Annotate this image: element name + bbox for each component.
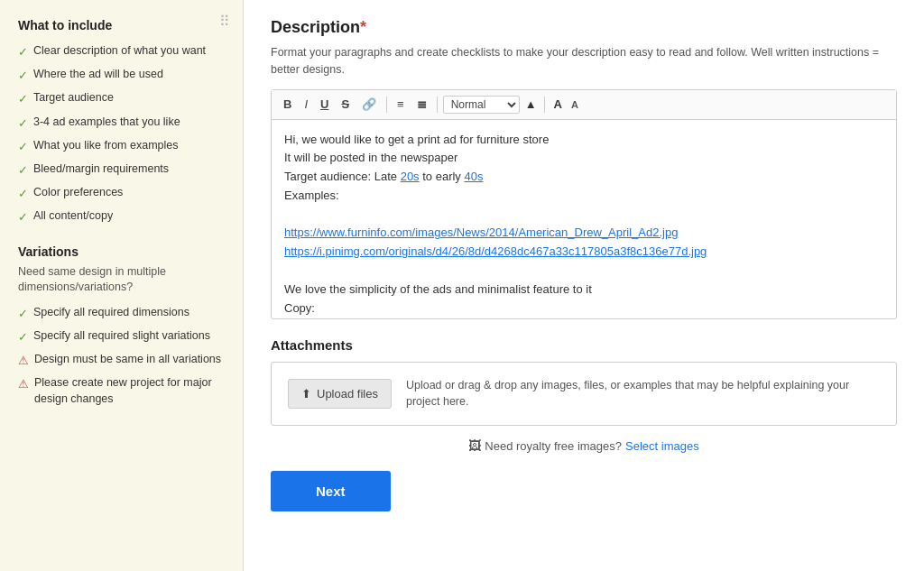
image-icon: 🖼 [468, 438, 481, 453]
checklist-item-label: Color preferences [33, 185, 123, 201]
royalty-row: 🖼 Need royalty free images? Select image… [271, 438, 897, 453]
editor-line-4: Examples: [284, 187, 883, 206]
editor-wrap: Hi, we would like to get a print ad for … [272, 120, 896, 318]
bold-button[interactable]: B [279, 96, 296, 113]
checklist-item-label: All content/copy [33, 208, 113, 225]
toolbar-divider [544, 97, 545, 113]
checklist-item-label: Bleed/margin requirements [33, 161, 169, 178]
list-item: ✓ What you like from examples [18, 138, 225, 155]
list-item: ✓ Color preferences [18, 185, 225, 202]
check-icon: ✓ [18, 186, 28, 202]
list-item: ✓ Where the ad will be used [18, 67, 225, 84]
checklist-item-label: What you like from examples [33, 138, 178, 154]
variations-section: Variations Need same design in multiple … [18, 244, 225, 408]
description-title: Description* [271, 18, 897, 37]
editor-line-6: Copy: [284, 299, 883, 318]
editor-container: B I U S 🔗 ≡ ≣ Normal Heading 1 Heading 2… [271, 89, 897, 319]
variations-checklist: ✓ Specify all required dimensions ✓ Spec… [18, 305, 225, 408]
editor-line-3: Target audience: Late 20s to early 40s [284, 168, 883, 187]
checklist-item-label: Target audience [33, 90, 114, 106]
checklist-item-label: Clear description of what you want [33, 43, 206, 60]
variations-desc: Need same design in multiple dimensions/… [18, 264, 225, 296]
variations-heading: Variations [18, 244, 225, 259]
upload-button[interactable]: ⬆ Upload files [288, 379, 392, 409]
next-button[interactable]: Next [271, 471, 391, 511]
toolbar-divider [386, 97, 387, 113]
warning-icon: ⚠ [18, 376, 29, 392]
sidebar-heading: What to include [18, 18, 225, 32]
list-item: ✓ Specify all required dimensions [18, 305, 225, 322]
editor-body[interactable]: Hi, we would like to get a print ad for … [272, 120, 896, 318]
font-style-select[interactable]: Normal Heading 1 Heading 2 [443, 96, 520, 114]
drag-icon: ⠿ [219, 13, 230, 30]
list-item: ✓ Target audience [18, 90, 225, 107]
checklist-item-label: Where the ad will be used [33, 67, 163, 83]
underline-button[interactable]: U [316, 96, 333, 113]
royalty-text: Need royalty free images? [485, 439, 622, 453]
editor-line-2: It will be posted in the newspaper [284, 149, 883, 168]
list-item: ⚠ Please create new project for major de… [18, 375, 225, 407]
description-subtitle: Format your paragraphs and create checkl… [271, 44, 897, 78]
checklist-item-label: 3-4 ad examples that you like [33, 115, 180, 131]
check-icon: ✓ [18, 306, 28, 322]
list-item: ✓ Bleed/margin requirements [18, 161, 225, 179]
italic-button[interactable]: I [300, 96, 312, 113]
editor-line-5: We love the simplicity of the ads and mi… [284, 281, 883, 299]
upload-icon: ⬆ [301, 387, 311, 401]
check-icon: ✓ [18, 329, 28, 345]
ordered-list-button[interactable]: ≡ [393, 96, 409, 113]
editor-toolbar: B I U S 🔗 ≡ ≣ Normal Heading 1 Heading 2… [272, 90, 896, 120]
upload-button-label: Upload files [317, 387, 378, 401]
variation-item-label: Specify all required dimensions [33, 305, 189, 321]
check-icon: ✓ [18, 139, 28, 155]
list-item: ✓ Clear description of what you want [18, 43, 225, 60]
editor-line-1: Hi, we would like to get a print ad for … [284, 131, 883, 150]
strikethrough-button[interactable]: S [337, 96, 354, 113]
list-item: ✓ Specify all required slight variations [18, 328, 225, 345]
editor-link-2[interactable]: https://i.pinimg.com/originals/d4/26/8d/… [284, 243, 883, 262]
font-color-button[interactable]: A [550, 96, 566, 113]
description-section: Description* Format your paragraphs and … [271, 18, 897, 319]
select-images-link[interactable]: Select images [625, 439, 699, 453]
main-content: Description* Format your paragraphs and … [244, 0, 924, 571]
toolbar-divider [437, 97, 438, 113]
variation-item-label: Design must be same in all variations [34, 352, 221, 368]
check-icon: ✓ [18, 115, 28, 132]
variation-item-label: Specify all required slight variations [33, 328, 210, 345]
checklist: ✓ Clear description of what you want ✓ W… [18, 43, 225, 226]
sidebar: ⠿ What to include ✓ Clear description of… [0, 0, 244, 571]
check-icon: ✓ [18, 162, 28, 179]
editor-link-1[interactable]: https://www.furninfo.com/images/News/201… [284, 224, 883, 243]
check-icon: ✓ [18, 68, 28, 84]
font-bg-color-button[interactable]: A [569, 97, 580, 112]
attachments-section: Attachments ⬆ Upload files Upload or dra… [271, 337, 897, 454]
check-icon: ✓ [18, 44, 28, 60]
attachments-box: ⬆ Upload files Upload or drag & drop any… [271, 362, 897, 427]
variation-item-label: Please create new project for major desi… [34, 375, 225, 407]
check-icon: ✓ [18, 91, 28, 107]
link-button[interactable]: 🔗 [357, 96, 381, 113]
warning-icon: ⚠ [18, 353, 29, 369]
upload-description: Upload or drag & drop any images, files,… [406, 377, 880, 411]
check-icon: ✓ [18, 209, 28, 226]
unordered-list-button[interactable]: ≣ [412, 96, 431, 113]
attachments-title: Attachments [271, 337, 897, 353]
list-item: ⚠ Design must be same in all variations [18, 352, 225, 369]
list-item: ✓ 3-4 ad examples that you like [18, 115, 225, 132]
list-item: ✓ All content/copy [18, 208, 225, 226]
